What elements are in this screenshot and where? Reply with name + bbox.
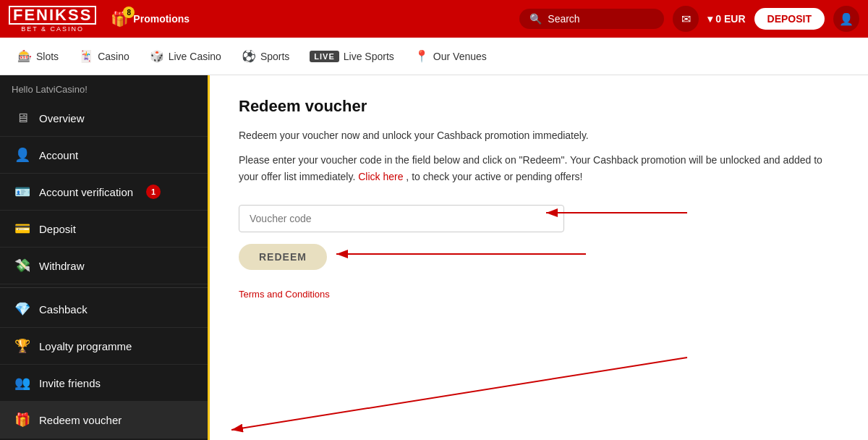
desc-text-2: Please enter your voucher code in the fi… [239,152,839,185]
cashback-icon: 💎 [14,301,30,317]
sidebar-item-invite[interactable]: 👥 Invite friends [0,365,208,402]
redeem-icon: 🎁 [14,412,30,428]
invite-icon: 👥 [14,375,30,391]
sidebar-label-invite: Invite friends [39,377,101,389]
sidebar-label-deposit: Deposit [39,223,76,235]
sidebar-label-withdraw: Withdraw [39,260,85,272]
sidebar: Hello LatviCasino! 🖥 Overview 👤 Account … [0,75,210,440]
sidebar-label-loyalty: Loyalty programme [39,340,132,352]
search-icon: 🔍 [529,13,542,25]
balance-button[interactable]: ▾ 0 EUR [707,13,745,25]
redeem-button[interactable]: REDEEM [239,244,327,270]
nav-label-casino: Casino [98,51,129,62]
nav-item-slots[interactable]: 🎰 Slots [9,45,67,67]
sports-icon: ⚽ [242,49,256,63]
nav-label-our-venues: Our Venues [433,51,487,62]
venues-icon: 📍 [414,49,429,63]
sidebar-label-account-verification: Account verification [39,186,133,198]
sidebar-greeting: Hello LatviCasino! [0,75,208,101]
search-label: Search [548,13,579,25]
svg-line-3 [231,358,687,430]
loyalty-icon: 🏆 [14,338,30,354]
logo: FENIKSS BET & CASINO [9,6,96,33]
deposit-icon: 💳 [14,221,30,237]
nav-item-live-casino[interactable]: 🎲 Live Casino [141,45,230,67]
desc-after: , to check your active or pending offers… [406,171,582,182]
live-casino-icon: 🎲 [150,49,164,63]
search-bar[interactable]: 🔍 Search [519,9,664,29]
casino-icon: 🃏 [79,49,93,63]
logo-bottom: BET & CASINO [21,25,84,33]
sidebar-label-account: Account [39,149,78,161]
user-button[interactable]: 👤 [833,6,859,32]
slots-icon: 🎰 [17,49,32,63]
chevron-down-icon: ▾ [707,13,712,25]
sidebar-label-overview: Overview [39,112,85,124]
click-here-link[interactable]: Click here [358,171,403,182]
header: FENIKSS BET & CASINO 🎁 8 Promotions 🔍 Se… [0,0,868,38]
sidebar-label-redeem: Redeem voucher [39,414,122,426]
sidebar-item-redeem[interactable]: 🎁 Redeem voucher [0,402,208,439]
sidebar-label-cashback: Cashback [39,303,88,316]
promotions-button[interactable]: 🎁 8 Promotions [111,10,190,28]
nav-label-live-casino: Live Casino [169,51,221,62]
nav-label-live-sports: Live Sports [344,51,394,62]
main-layout: Hello LatviCasino! 🖥 Overview 👤 Account … [0,75,868,440]
verification-icon: 🪪 [14,184,30,200]
content-area: Redeem voucher Redeem your voucher now a… [210,75,868,440]
verification-badge: 1 [146,185,161,199]
sidebar-item-withdraw[interactable]: 💸 Withdraw [0,248,208,284]
sidebar-item-loyalty[interactable]: 🏆 Loyalty programme [0,328,208,365]
balance-value: 0 EUR [715,13,745,25]
messages-button[interactable]: ✉ [673,6,699,32]
promotions-label: Promotions [133,13,190,25]
deposit-button[interactable]: DEPOSIT [754,8,825,30]
main-nav: 🎰 Slots 🃏 Casino 🎲 Live Casino ⚽ Sports … [0,38,868,75]
sidebar-item-account[interactable]: 👤 Account [0,137,208,174]
nav-label-sports: Sports [260,51,289,62]
nav-item-live-sports[interactable]: LIVE Live Sports [301,46,403,67]
nav-item-casino[interactable]: 🃏 Casino [70,45,138,67]
withdraw-icon: 💸 [14,258,30,274]
desc-text-1: Redeem your voucher now and unlock your … [239,127,839,143]
sidebar-item-deposit[interactable]: 💳 Deposit [0,211,208,248]
nav-item-our-venues[interactable]: 📍 Our Venues [406,45,495,67]
nav-item-sports[interactable]: ⚽ Sports [233,45,298,67]
page-title: Redeem voucher [239,97,839,116]
terms-link[interactable]: Terms and Conditions [239,289,330,300]
voucher-input[interactable] [239,205,564,232]
account-icon: 👤 [14,147,30,163]
sidebar-item-overview[interactable]: 🖥 Overview [0,101,208,137]
gift-icon: 🎁 8 [111,10,129,28]
logo-top: FENIKSS [9,6,96,25]
nav-label-slots: Slots [36,51,59,62]
live-badge: LIVE [310,51,339,62]
sidebar-item-account-verification[interactable]: 🪪 Account verification 1 [0,174,208,211]
overview-icon: 🖥 [14,111,30,126]
sidebar-item-cashback[interactable]: 💎 Cashback [0,291,208,328]
